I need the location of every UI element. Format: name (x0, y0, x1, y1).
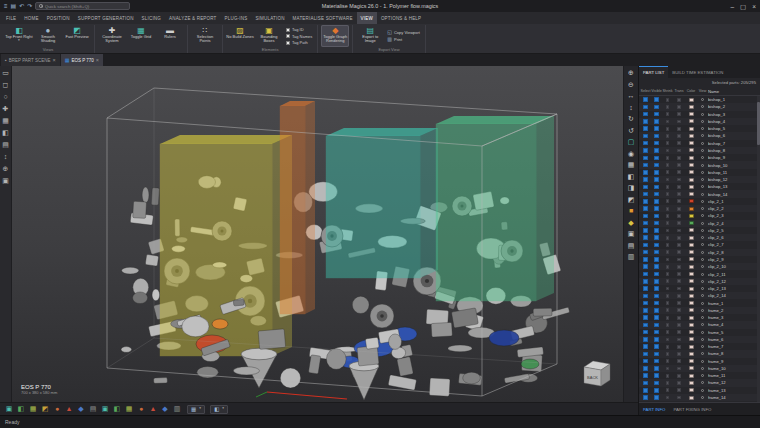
app-menu-icon[interactable]: ≡ (4, 3, 8, 9)
part-row[interactable]: bishop_10 (639, 161, 760, 168)
part-view-icon[interactable] (701, 323, 704, 326)
menu-tab-view[interactable]: VIEW (357, 12, 377, 24)
part-shrink-flag[interactable] (666, 294, 670, 298)
part-visible-checkbox[interactable] (654, 163, 659, 168)
no-build-zones-button[interactable]: ▨No Build Zones (226, 25, 254, 47)
part-shrink-flag[interactable] (666, 345, 670, 349)
part-translate-flag[interactable] (677, 192, 681, 196)
part-translate-flag[interactable] (677, 163, 681, 167)
part-row[interactable]: bishop_3 (639, 111, 760, 118)
part-row[interactable]: bishop_9 (639, 154, 760, 161)
part-row[interactable]: clip_2_9 (639, 256, 760, 263)
part-selected-checkbox[interactable] (643, 337, 648, 342)
panel-tab-part-info[interactable]: PART INFO (639, 403, 669, 415)
part-view-icon[interactable] (701, 134, 704, 137)
part-view-icon[interactable] (701, 243, 704, 246)
part-visible-checkbox[interactable] (654, 206, 659, 211)
part-translate-flag[interactable] (677, 294, 681, 298)
part-row[interactable]: frame_12 (639, 379, 760, 386)
part-visible-checkbox[interactable] (654, 330, 659, 335)
part-view-icon[interactable] (701, 200, 704, 203)
menu-tab-analyze-report[interactable]: ANALYZE & REPORT (165, 12, 221, 24)
part-tool-5-icon[interactable]: ● (52, 404, 62, 414)
part-shrink-flag[interactable] (666, 236, 670, 240)
part-translate-flag[interactable] (677, 258, 681, 262)
part-shrink-flag[interactable] (666, 170, 670, 174)
part-color-swatch[interactable] (689, 178, 694, 182)
swap-icon[interactable]: ↕ (4, 153, 8, 161)
part-view-icon[interactable] (701, 185, 704, 188)
part-view-icon[interactable] (701, 149, 704, 152)
3d-viewport[interactable]: BACK EOS P 770 700 x 380 x 580 mm (12, 66, 623, 402)
part-row[interactable]: clip_2_3 (639, 212, 760, 219)
part-translate-flag[interactable] (677, 323, 681, 327)
part-translate-flag[interactable] (677, 287, 681, 291)
part-selected-checkbox[interactable] (643, 264, 648, 269)
part-view-icon[interactable] (701, 287, 704, 290)
part-row[interactable]: frame_5 (639, 329, 760, 336)
zoom-in-icon[interactable]: ⊕ (628, 69, 634, 77)
zone-teal[interactable] (326, 128, 438, 278)
list-view-icon[interactable]: ▤ (628, 242, 635, 250)
measure-icon[interactable]: ◆ (628, 219, 633, 227)
part-color-swatch[interactable] (689, 272, 694, 276)
part-visible-checkbox[interactable] (654, 192, 659, 197)
part-color-swatch[interactable] (689, 294, 694, 298)
part-color-swatch[interactable] (689, 257, 694, 261)
part-color-swatch[interactable] (689, 185, 694, 189)
part-visible-checkbox[interactable] (654, 388, 659, 393)
part-visible-checkbox[interactable] (654, 308, 659, 313)
part-view-icon[interactable] (701, 316, 704, 319)
part-tool-14-icon[interactable]: ◆ (160, 404, 170, 414)
part-visible-checkbox[interactable] (654, 381, 659, 386)
section-view-icon[interactable]: ◧ (2, 129, 9, 137)
part-translate-flag[interactable] (677, 149, 681, 153)
part-color-swatch[interactable] (689, 207, 694, 211)
part-color-swatch[interactable] (689, 337, 694, 341)
part-translate-flag[interactable] (677, 243, 681, 247)
part-shrink-flag[interactable] (666, 163, 670, 167)
part-row[interactable]: clip_2_13 (639, 285, 760, 292)
part-shrink-flag[interactable] (666, 156, 670, 160)
part-translate-flag[interactable] (677, 207, 681, 211)
toggle-grid-button[interactable]: ▦Toggle Grid (127, 25, 155, 47)
part-row[interactable]: frame_2 (639, 307, 760, 314)
part-view-icon[interactable] (701, 345, 704, 348)
part-translate-flag[interactable] (677, 120, 681, 124)
save-icon[interactable]: ▤ (11, 3, 17, 9)
part-row[interactable]: clip_2_12 (639, 278, 760, 285)
bounding-boxes-button[interactable]: ▣Bounding Boxes (255, 25, 283, 47)
menu-tab-slicing[interactable]: SLICING (138, 12, 165, 24)
part-tool-4-icon[interactable]: ◩ (40, 404, 50, 414)
bounding-icon[interactable]: ▣ (2, 177, 9, 185)
part-view-icon[interactable] (701, 113, 704, 116)
part-row[interactable]: bishop_1 (639, 96, 760, 103)
part-shrink-flag[interactable] (666, 367, 670, 371)
part-color-swatch[interactable] (689, 134, 694, 138)
part-translate-flag[interactable] (677, 352, 681, 356)
part-translate-flag[interactable] (677, 112, 681, 116)
column-header-visible[interactable]: Visible (651, 89, 662, 93)
part-color-swatch[interactable] (689, 330, 694, 334)
part-shrink-flag[interactable] (666, 214, 670, 218)
part-shrink-flag[interactable] (666, 301, 670, 305)
part-selected-checkbox[interactable] (643, 105, 648, 110)
part-selected-checkbox[interactable] (643, 228, 648, 233)
part-translate-flag[interactable] (677, 381, 681, 385)
part-selected-checkbox[interactable] (643, 323, 648, 328)
tag-names-toggle[interactable]: Tag Names (286, 34, 312, 39)
part-shrink-flag[interactable] (666, 316, 670, 320)
part-selected-checkbox[interactable] (643, 199, 648, 204)
part-shrink-flag[interactable] (666, 388, 670, 392)
part-selected-checkbox[interactable] (643, 301, 648, 306)
menu-tab-home[interactable]: HOME (20, 12, 42, 24)
part-view-icon[interactable] (701, 164, 704, 167)
part-shrink-flag[interactable] (666, 112, 670, 116)
part-view-icon[interactable] (701, 127, 704, 130)
part-visible-checkbox[interactable] (654, 250, 659, 255)
part-color-swatch[interactable] (689, 265, 694, 269)
part-translate-flag[interactable] (677, 330, 681, 334)
part-selected-checkbox[interactable] (643, 119, 648, 124)
part-visible-checkbox[interactable] (654, 243, 659, 248)
part-color-swatch[interactable] (689, 192, 694, 196)
